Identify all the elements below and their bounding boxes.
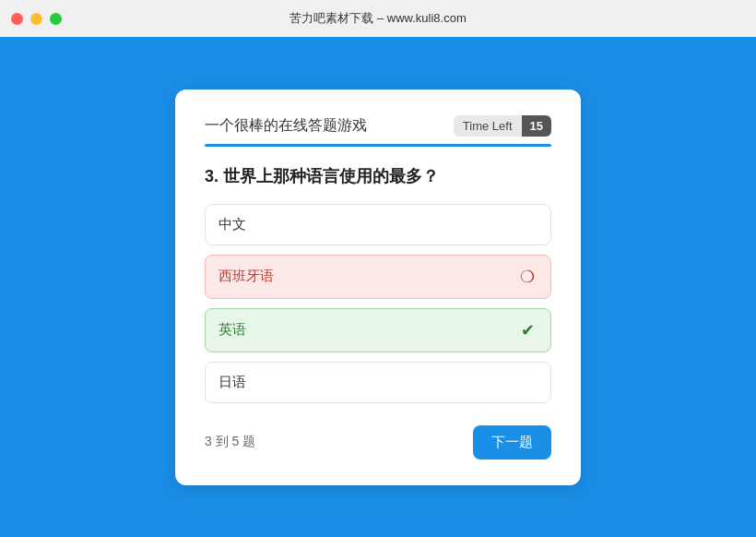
time-left-value: 15 xyxy=(522,115,551,137)
close-button[interactable] xyxy=(11,13,23,25)
titlebar: 苦力吧素材下载 – www.kuli8.com xyxy=(0,0,756,37)
option-4[interactable]: 日语 xyxy=(205,362,551,403)
option-2-text: 西班牙语 xyxy=(219,268,274,285)
option-3[interactable]: 英语 ✔ xyxy=(205,308,551,352)
options-list: 中文 西班牙语 ❍ 英语 ✔ 日语 xyxy=(205,204,551,403)
main-area: 一个很棒的在线答题游戏 Time Left 15 3. 世界上那种语言使用的最多… xyxy=(0,37,756,537)
minimize-button[interactable] xyxy=(30,13,42,25)
progress-text: 3 到 5 题 xyxy=(205,434,255,450)
time-left-widget: Time Left 15 xyxy=(454,115,551,137)
card-title: 一个很棒的在线答题游戏 xyxy=(205,116,367,136)
card-divider xyxy=(205,144,551,147)
maximize-button[interactable] xyxy=(50,13,62,25)
option-1-text: 中文 xyxy=(219,216,246,233)
option-1[interactable]: 中文 xyxy=(205,204,551,245)
option-4-text: 日语 xyxy=(219,374,246,391)
option-3-text: 英语 xyxy=(219,321,246,339)
quiz-card: 一个很棒的在线答题游戏 Time Left 15 3. 世界上那种语言使用的最多… xyxy=(175,90,581,485)
window-title: 苦力吧素材下载 – www.kuli8.com xyxy=(289,10,466,27)
correct-icon: ✔ xyxy=(517,320,537,340)
wrong-icon: ❍ xyxy=(517,267,537,287)
time-left-label: Time Left xyxy=(454,115,522,137)
card-header: 一个很棒的在线答题游戏 Time Left 15 xyxy=(205,115,551,137)
next-button[interactable]: 下一题 xyxy=(473,425,551,459)
question-text: 3. 世界上那种语言使用的最多？ xyxy=(205,165,551,187)
card-footer: 3 到 5 题 下一题 xyxy=(205,425,551,459)
option-2[interactable]: 西班牙语 ❍ xyxy=(205,255,551,299)
